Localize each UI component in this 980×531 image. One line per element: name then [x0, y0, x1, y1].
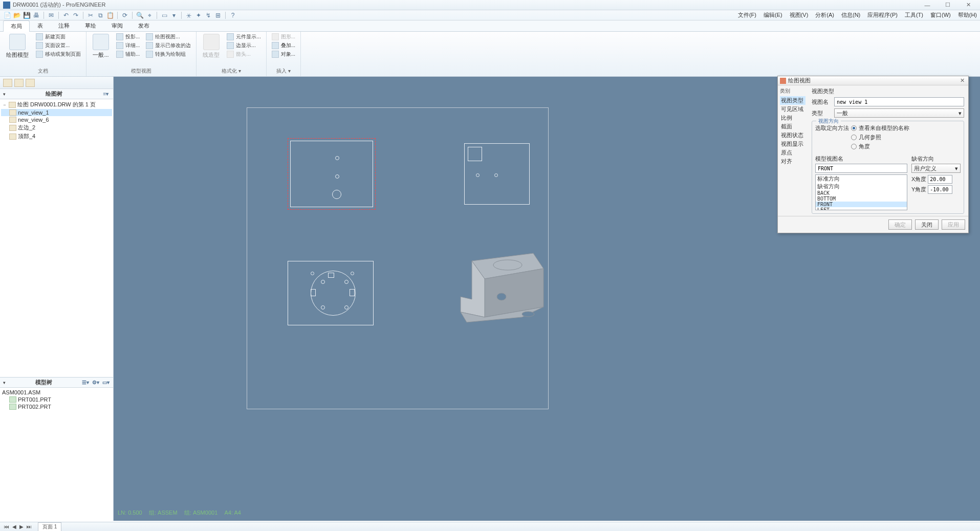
radio-from-model[interactable]: 查看来自模型的名称	[851, 124, 909, 132]
edge-display-button[interactable]: 边显示...	[225, 41, 263, 50]
locate-icon[interactable]: ⌖	[145, 11, 154, 19]
menu-help[interactable]: 帮助(H)	[958, 11, 977, 19]
menu-info[interactable]: 信息(N)	[841, 11, 860, 19]
general-view-button[interactable]: 一般...	[90, 33, 112, 60]
cat-view-state[interactable]: 视图状态	[780, 131, 805, 140]
minimize-button[interactable]: —	[922, 2, 933, 9]
show-modified-edges-button[interactable]: 显示已修改的边	[144, 41, 193, 50]
list-item[interactable]: BOTTOM	[816, 196, 907, 202]
tab-sketch[interactable]: 草绘	[77, 20, 104, 31]
radio-geom-ref[interactable]: 几何参照	[851, 134, 909, 141]
cat-align[interactable]: 对齐	[780, 157, 805, 166]
new-icon[interactable]: 📄	[3, 11, 11, 19]
tree-item[interactable]: 顶部_4	[1, 132, 112, 141]
list-item[interactable]: BACK	[816, 190, 907, 196]
close-button[interactable]: ✕	[963, 2, 974, 9]
x-angle-input[interactable]	[928, 175, 952, 184]
cut-icon[interactable]: ✂	[86, 11, 95, 19]
cat-origin[interactable]: 原点	[780, 148, 805, 157]
undo-icon[interactable]: ↶	[62, 11, 70, 19]
saved-views-list[interactable]: 标准方向 缺省方向 BACK BOTTOM FRONT LEFT	[815, 174, 907, 210]
cat-scale[interactable]: 比例	[780, 114, 805, 122]
tab-publish[interactable]: 发布	[130, 20, 157, 31]
print-icon[interactable]: 🖶	[32, 11, 40, 19]
close-dialog-button[interactable]: 关闭	[915, 219, 939, 230]
save-icon[interactable]: 💾	[23, 11, 31, 19]
menu-file[interactable]: 文件(F)	[738, 11, 756, 19]
overlay-button[interactable]: 叠加...	[270, 41, 297, 50]
list-item[interactable]: LEFT	[816, 207, 907, 210]
datum-icon[interactable]: ⊞	[214, 11, 222, 19]
point-icon[interactable]: ✦	[194, 11, 203, 19]
model-tree[interactable]: ASM0001.ASM PRT001.PRT PRT002.PRT	[0, 388, 113, 521]
list-item[interactable]: FRONT	[816, 202, 907, 207]
y-angle-input[interactable]	[928, 185, 952, 194]
list-item[interactable]: 标准方向	[816, 175, 907, 183]
cat-visible-area[interactable]: 可见区域	[780, 105, 805, 114]
menu-window[interactable]: 窗口(W)	[930, 11, 951, 19]
menu-analysis[interactable]: 分析(A)	[815, 11, 834, 19]
model-root[interactable]: ASM0001.ASM	[1, 389, 112, 396]
tab-annotate[interactable]: 注释	[51, 20, 77, 31]
object-button[interactable]: 对象...	[270, 50, 297, 58]
view-left-2[interactable]	[288, 261, 374, 325]
display-icon[interactable]: ▭▾	[102, 379, 110, 386]
mail-icon[interactable]: ✉	[47, 11, 55, 19]
redo-icon[interactable]: ↷	[72, 11, 80, 19]
cat-view-type[interactable]: 视图类型	[780, 96, 805, 105]
select-dd-icon[interactable]: ▾	[170, 11, 178, 19]
cat-view-display[interactable]: 视图显示	[780, 140, 805, 148]
list-item[interactable]: 缺省方向	[816, 183, 907, 190]
dialog-close-button[interactable]: ✕	[958, 77, 966, 84]
model-tree-header[interactable]: 模型树 ☰▾ ⚙▾ ▭▾	[0, 378, 113, 388]
menu-edit[interactable]: 编辑(E)	[764, 11, 782, 19]
regen-icon[interactable]: ⟳	[121, 11, 129, 19]
tab-review[interactable]: 审阅	[104, 20, 130, 31]
auxiliary-button[interactable]: 辅助...	[114, 50, 142, 58]
view-new-view-6[interactable]	[464, 143, 530, 205]
open-icon[interactable]: 📂	[13, 11, 21, 19]
move-copy-page-button[interactable]: 移动或复制页面	[34, 50, 83, 58]
view-top-4[interactable]	[456, 240, 554, 327]
tab-layout[interactable]: 布局	[3, 20, 30, 32]
tree-item[interactable]: new_view_1	[1, 109, 112, 116]
view-name-input[interactable]	[834, 97, 964, 106]
panel-tab-2[interactable]	[14, 79, 24, 87]
line-style-button[interactable]: 线造型	[200, 33, 223, 60]
paste-icon[interactable]: 📋	[106, 11, 114, 19]
new-page-button[interactable]: 新建页面	[34, 33, 83, 41]
model-view-name-input[interactable]	[815, 164, 907, 173]
csys-icon[interactable]: ↯	[204, 11, 212, 19]
convert-group-button[interactable]: 转换为绘制组	[144, 50, 193, 58]
select-icon[interactable]: ▭	[160, 11, 168, 19]
drawing-view-button[interactable]: 绘图视图...	[144, 33, 193, 41]
view-new-view-1[interactable]	[288, 138, 376, 210]
default-orient-select[interactable]: 用户定义▾	[911, 164, 961, 173]
axis-icon[interactable]: ⚹	[185, 11, 193, 19]
filter-icon[interactable]: ☰▾	[81, 379, 90, 386]
search-icon[interactable]: 🔍	[136, 11, 144, 19]
page-setup-button[interactable]: 页面设置...	[34, 41, 83, 50]
tree-root[interactable]: −绘图 DRW0001.DRW 的第 1 页	[1, 100, 112, 109]
tree-item[interactable]: 左边_2	[1, 123, 112, 132]
model-item[interactable]: PRT001.PRT	[1, 396, 112, 403]
dialog-titlebar[interactable]: 绘图视图 ✕	[778, 76, 968, 85]
menu-apps[interactable]: 应用程序(P)	[867, 11, 898, 19]
maximize-button[interactable]: ☐	[942, 2, 953, 9]
tree-expand-icon[interactable]: ≡▾	[102, 91, 110, 98]
panel-tab-3[interactable]	[26, 79, 35, 87]
menu-view[interactable]: 视图(V)	[790, 11, 809, 19]
menu-tools[interactable]: 工具(T)	[905, 11, 923, 19]
drawing-tree-header[interactable]: 绘图树 ≡▾	[0, 89, 113, 99]
panel-tab-1[interactable]	[3, 79, 12, 87]
drawing-model-button[interactable]: 绘图模型	[3, 33, 32, 60]
detail-button[interactable]: 详细...	[114, 41, 142, 50]
model-item[interactable]: PRT002.PRT	[1, 403, 112, 410]
settings-icon[interactable]: ⚙▾	[92, 379, 100, 386]
component-display-button[interactable]: 元件显示...	[225, 33, 263, 41]
copy-icon[interactable]: ⧉	[96, 11, 104, 19]
type-select[interactable]: 一般▾	[834, 108, 964, 118]
tab-table[interactable]: 表	[30, 20, 51, 31]
radio-angle[interactable]: 角度	[851, 143, 909, 150]
help-icon[interactable]: ?	[229, 11, 237, 19]
